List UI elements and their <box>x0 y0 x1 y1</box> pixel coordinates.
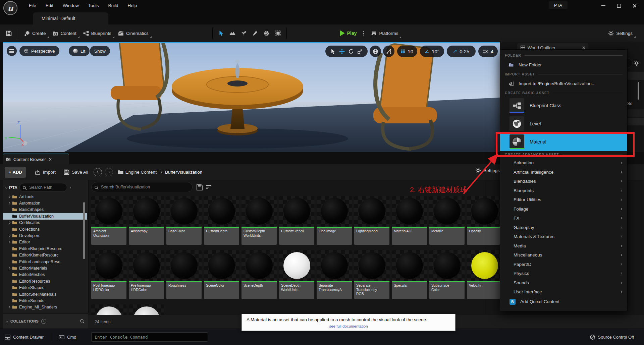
expand-chevron-icon[interactable] <box>8 202 10 205</box>
scale-tool-icon[interactable] <box>357 49 363 54</box>
menu-item-blueprints[interactable]: Blueprints <box>500 186 627 195</box>
sidebar-folder-buffervisualization[interactable]: BufferVisualization <box>3 213 87 219</box>
menu-item-fx[interactable]: FX <box>500 214 627 223</box>
asset-tile-specular[interactable]: Specular <box>392 250 427 299</box>
sidebar-folder-editorresources[interactable]: EditorResources <box>3 278 87 284</box>
sidebar-folder-automation[interactable]: Automation <box>3 200 87 206</box>
collections-bar[interactable]: COLLECTIONS + <box>3 314 88 329</box>
back-button[interactable] <box>94 168 102 176</box>
menu-edit[interactable]: Edit <box>41 0 58 11</box>
asset-tile-opacity[interactable]: Opacity <box>467 196 502 245</box>
sidebar-folder-editormeshes[interactable]: EditorMeshes <box>3 272 87 278</box>
add-collection-icon[interactable]: + <box>41 319 46 324</box>
foliage-mode-button[interactable] <box>238 27 250 39</box>
outliner-settings-gear-icon[interactable] <box>634 60 639 66</box>
asset-tile-velocity[interactable]: Velocity <box>467 250 502 299</box>
save-all-button[interactable]: Save All <box>60 169 92 175</box>
sidebar-folder-editorshapes[interactable]: EditorShapes <box>3 284 87 291</box>
asset-tile-customdepth[interactable]: CustomDepth <box>204 196 239 245</box>
menu-item-miscellaneous[interactable]: Miscellaneous <box>500 250 627 260</box>
asset-tile-partial[interactable] <box>129 304 164 315</box>
asset-tile-metallic[interactable]: Metallic <box>429 196 465 245</box>
outliner-scrollbar[interactable] <box>638 82 639 100</box>
search-path-input[interactable] <box>20 183 67 191</box>
brush-edit-mode-button[interactable] <box>272 27 284 39</box>
menu-item-animation[interactable]: Animation <box>500 158 627 168</box>
sidebar-folder-editorkismetresourc[interactable]: EditorKismetResourc <box>3 252 87 258</box>
grid-snap-control[interactable]: 10 <box>397 46 417 57</box>
asset-tile-pretonemap[interactable]: PreTonemapHDRColor <box>129 250 164 299</box>
menu-item-artificial-intelligence[interactable]: Artificial Intelligence <box>500 168 627 177</box>
save-search-icon[interactable] <box>196 184 203 190</box>
menu-build[interactable]: Build <box>104 0 123 11</box>
menu-window[interactable]: Window <box>58 0 84 11</box>
asset-tile-separate[interactable]: SeparateTranslucencyA <box>317 250 352 299</box>
sidebar-folder-developers[interactable]: Developers <box>3 232 87 239</box>
maximize-button[interactable] <box>611 1 627 11</box>
cmd-selector[interactable]: Cmd <box>54 334 81 340</box>
menu-item-import[interactable]: Import to /Engine/BufferVisualization... <box>500 78 627 89</box>
create-button[interactable]: Create <box>21 28 49 39</box>
tab-content-browser[interactable]: Content Browser <box>3 154 69 164</box>
asset-tile-customdepth[interactable]: CustomDepthWorldUnits <box>241 196 277 245</box>
asset-tile-scenecolor[interactable]: SceneColor <box>204 250 239 299</box>
rotation-snap-control[interactable]: 10° <box>420 46 444 57</box>
surface-snap-button[interactable] <box>383 46 394 57</box>
show-menu-button[interactable]: Show <box>90 46 110 56</box>
menu-item-editor-utilities[interactable]: Editor Utilities <box>500 195 627 205</box>
expand-chevron-icon[interactable] <box>8 241 10 243</box>
menu-item-media[interactable]: Media <box>500 241 627 251</box>
menu-item-physics[interactable]: Physics <box>500 269 627 278</box>
menu-item-add-quixel-content[interactable]: B Add Quixel Content <box>500 297 627 307</box>
sidebar-folder-engine_mi_shaders[interactable]: Engine_MI_Shaders <box>3 304 87 310</box>
expand-chevron-icon[interactable] <box>8 221 10 224</box>
breadcrumb-buffervisualization[interactable]: BufferVisualization <box>165 170 202 175</box>
menu-item-new-folder[interactable]: New Folder <box>500 59 627 70</box>
sidebar-folder-arttools[interactable]: ArtTools <box>3 195 87 200</box>
asset-tile-lightingmodel[interactable]: LightingModel <box>354 196 389 245</box>
asset-search-box[interactable] <box>91 182 193 192</box>
panel-divider[interactable] <box>88 180 89 313</box>
source-root-label[interactable]: PTA <box>9 185 17 190</box>
asset-tile-anisotropy[interactable]: Anisotropy <box>129 196 164 245</box>
viewport-options-button[interactable] <box>7 46 17 56</box>
close-icon[interactable] <box>49 158 52 161</box>
sidebar-folder-editorlandscapereso[interactable]: EditorLandscapeReso <box>3 258 87 265</box>
asset-tile-scenedepth[interactable]: SceneDepth <box>241 250 277 299</box>
world-space-toggle[interactable] <box>370 46 381 57</box>
sidebar-folder-collections[interactable]: Collections <box>3 226 87 232</box>
sidebar-folder-basicshapes[interactable]: BasicShapes <box>3 207 87 213</box>
console-command-input[interactable] <box>91 332 208 342</box>
unreal-logo-icon[interactable]: u <box>3 1 17 15</box>
menu-item-paper2d[interactable]: Paper2D <box>500 260 627 269</box>
lit-mode-selector[interactable]: Lit <box>69 46 90 56</box>
content-drawer-button[interactable]: Content Drawer <box>0 334 48 340</box>
play-options-menu[interactable] <box>363 31 364 36</box>
search-icon[interactable] <box>80 319 85 324</box>
sidebar-folder-certificates[interactable]: Certificates <box>3 220 87 226</box>
asset-tile-posttonemap[interactable]: PostTonemapHDRColor <box>91 250 126 299</box>
asset-tile-subsurface[interactable]: SubsurfaceColor <box>429 250 465 299</box>
minimize-button[interactable] <box>596 1 611 11</box>
source-control-button[interactable]: Source Control Off <box>585 334 639 340</box>
tree-scrollbar[interactable] <box>83 202 85 259</box>
menu-item-blendables[interactable]: Blendables <box>500 177 627 186</box>
expand-chevron-icon[interactable] <box>8 306 10 308</box>
menu-help[interactable]: Help <box>123 0 142 11</box>
asset-tile-basecolor[interactable]: BaseColor <box>166 196 202 245</box>
menu-item-sounds[interactable]: Sounds <box>500 278 627 288</box>
close-button[interactable] <box>627 1 642 11</box>
forward-button[interactable] <box>105 168 113 176</box>
sidebar-folder-editorsounds[interactable]: EditorSounds <box>3 297 87 304</box>
fracture-mode-button[interactable] <box>261 27 272 39</box>
settings-button[interactable]: Settings <box>605 28 636 39</box>
level-tab[interactable]: Minimal_Default <box>33 12 108 24</box>
asset-tile-scenedepth[interactable]: SceneDepthWorldUnits <box>279 250 314 299</box>
menu-tools[interactable]: Tools <box>84 0 104 11</box>
expand-chevron-icon[interactable] <box>8 234 10 237</box>
asset-tile-separate[interactable]: SeparateTranslucencyRGB <box>354 250 389 299</box>
menu-item-foliage[interactable]: Foliage <box>500 205 627 214</box>
breadcrumb-engine-content[interactable]: Engine Content <box>125 170 157 175</box>
close-icon[interactable] <box>582 46 585 49</box>
menu-item-blueprint-class[interactable]: Blueprint Class <box>500 97 627 115</box>
